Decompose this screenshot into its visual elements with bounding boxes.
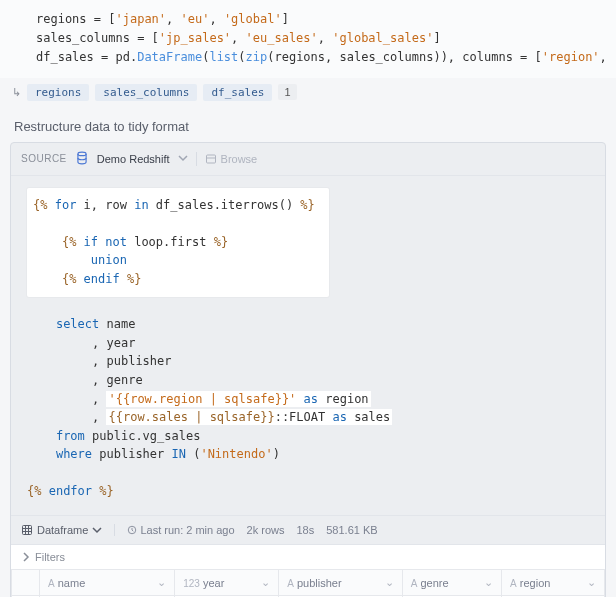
col-header-genre[interactable]: A genre⌄ <box>402 570 501 596</box>
row-index-header <box>12 570 40 596</box>
output-arrow-icon: ↳ <box>12 86 21 99</box>
section-title: Restructure data to tidy format <box>0 107 616 142</box>
query-time: 18s <box>297 524 315 536</box>
sql-editor[interactable]: {% for i, row in df_sales.iterrows() %} … <box>11 176 605 516</box>
svg-point-0 <box>78 152 86 156</box>
status-bar: Dataframe Last run: 2 min ago 2k rows 18… <box>11 515 605 544</box>
svg-rect-2 <box>23 526 32 535</box>
filters-bar[interactable]: Filters <box>11 544 605 569</box>
last-run-status: Last run: 2 min ago <box>127 524 234 536</box>
source-name[interactable]: Demo Redshift <box>97 153 170 165</box>
output-vars-row: ↳ regions sales_columns df_sales 1 <box>0 78 616 107</box>
browse-button[interactable]: Browse <box>205 153 258 165</box>
var-chip-regions[interactable]: regions <box>27 84 89 101</box>
query-block: SOURCE Demo Redshift Browse {% for i, ro… <box>10 142 606 597</box>
row-count: 2k rows <box>247 524 285 536</box>
dataframe-dropdown[interactable]: Dataframe <box>21 524 102 536</box>
col-header-name[interactable]: A name⌄ <box>40 570 175 596</box>
col-header-year[interactable]: 123 year⌄ <box>175 570 279 596</box>
chevron-right-icon <box>21 552 31 562</box>
output-count: 1 <box>278 84 296 100</box>
database-icon <box>75 151 89 167</box>
python-code-cell[interactable]: regions = ['japan', 'eu', 'global'] sale… <box>0 0 616 78</box>
source-bar: SOURCE Demo Redshift Browse <box>11 143 605 176</box>
result-size: 581.61 KB <box>326 524 377 536</box>
var-chip-sales-columns[interactable]: sales_columns <box>95 84 197 101</box>
col-header-region[interactable]: A region⌄ <box>502 570 605 596</box>
col-header-publisher[interactable]: A publisher⌄ <box>279 570 402 596</box>
var-chip-df-sales[interactable]: df_sales <box>203 84 272 101</box>
svg-rect-1 <box>206 155 215 163</box>
chevron-down-icon[interactable] <box>178 153 188 165</box>
source-label: SOURCE <box>21 153 67 164</box>
results-table: A name⌄ 123 year⌄ A publisher⌄ A genre⌄ … <box>11 569 605 597</box>
